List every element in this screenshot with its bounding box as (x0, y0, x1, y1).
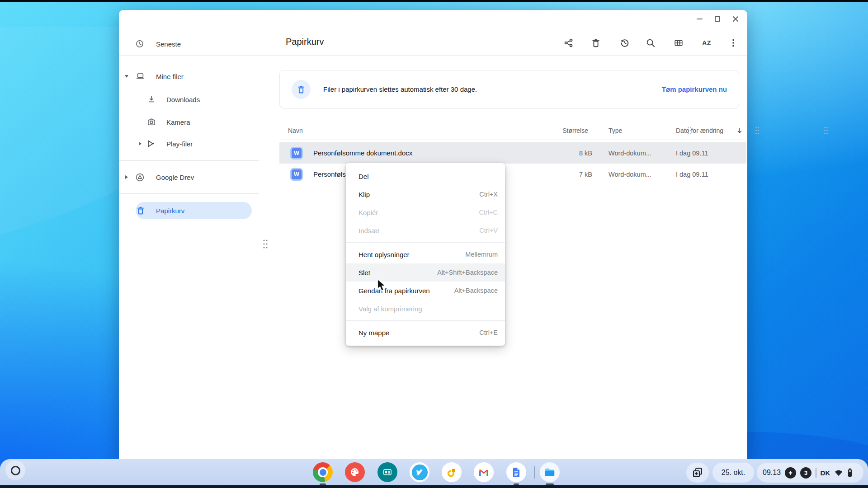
more-menu-button[interactable] (724, 34, 742, 52)
chrome-icon (313, 462, 333, 482)
file-row[interactable]: W Personfølsomme dokument.docx 8 kB Word… (279, 142, 746, 164)
download-icon (147, 95, 156, 104)
maximize-button[interactable] (710, 13, 725, 25)
column-header-size[interactable]: Størrelse (557, 127, 588, 134)
column-header-date[interactable]: Dato for ændring (676, 127, 723, 134)
menu-item-get-info[interactable]: Hent oplysningerMellemrum (346, 245, 505, 263)
menu-item-delete[interactable]: SletAlt+Shift+Backspace (346, 263, 505, 282)
shelf-clock: 09.13 (763, 469, 781, 477)
column-header-type[interactable]: Type (609, 127, 622, 134)
column-resize-handle[interactable] (824, 127, 828, 136)
share-icon (564, 38, 574, 48)
empty-trash-button[interactable]: Tøm papirkurven nu (662, 85, 727, 93)
sidebar-item-mine-filer[interactable]: Mine filer (119, 67, 259, 85)
sort-direction-down-icon (736, 127, 743, 134)
shelf-app-files[interactable] (540, 462, 560, 482)
sidebar-item-downloads[interactable]: Downloads (119, 90, 259, 108)
play-icon (146, 139, 155, 148)
window-controls (692, 13, 743, 25)
menu-item-cut[interactable]: KlipCtrl+X (346, 185, 505, 203)
desktop: Seneste Mine filer Downloads (0, 0, 868, 488)
chevron-right-icon[interactable] (139, 142, 142, 145)
sidebar-separator (119, 193, 259, 194)
shelf-app-canvas[interactable] (345, 462, 365, 482)
menu-item-zip-selection: Valg af komprimering (346, 300, 505, 318)
word-file-icon: W (290, 164, 303, 185)
sidebar-item-seneste[interactable]: Seneste (119, 35, 259, 53)
drive-icon (135, 173, 145, 182)
launcher-button[interactable] (5, 460, 25, 480)
battery-icon (847, 468, 853, 477)
sidebar-item-google-drev[interactable]: Google Drev (119, 168, 259, 186)
sidebar-splitter-handle[interactable] (262, 239, 269, 251)
chevron-down-icon[interactable] (125, 75, 128, 78)
camera-icon (147, 117, 156, 127)
minimize-icon (697, 19, 703, 20)
sidebar-item-kamera[interactable]: Kamera (119, 113, 259, 131)
menu-separator (346, 242, 505, 243)
running-indicator (320, 483, 326, 485)
status-divider (816, 468, 816, 478)
input-language-indicator: DK (821, 469, 830, 477)
sidebar: Seneste Mine filer Downloads (119, 10, 259, 459)
wifi-icon (834, 469, 843, 477)
file-type: Word-dokum... (609, 142, 651, 164)
search-icon (646, 38, 656, 48)
menu-item-share[interactable]: Del (346, 167, 505, 185)
search-button[interactable] (642, 34, 660, 52)
minimize-button[interactable] (692, 13, 707, 25)
clock-icon (135, 39, 144, 48)
screen-capture-tray-button[interactable] (686, 463, 709, 483)
star-arrow-icon (788, 470, 793, 476)
shelf-app-jamboard[interactable] (442, 462, 462, 482)
menu-item-restore-from-trash[interactable]: Gendan fra papirkurvenAlt+Backspace (346, 282, 505, 300)
drag-dots-icon (824, 127, 828, 135)
column-header-name[interactable]: Navn (288, 127, 303, 134)
file-name: Personfølsomme dokument.docx (313, 142, 412, 164)
menu-item-new-folder[interactable]: Ny mappeCtrl+E (346, 324, 505, 342)
sort-button[interactable]: AZ (698, 34, 716, 52)
close-button[interactable] (728, 13, 743, 25)
screen-capture-icon (692, 467, 703, 478)
restore-button[interactable] (616, 34, 634, 52)
files-folder-icon (540, 462, 560, 482)
chevron-right-icon[interactable] (125, 175, 128, 179)
status-tray[interactable]: 09.13 3 DK (757, 463, 863, 483)
delete-button[interactable] (587, 34, 605, 52)
sidebar-separator (119, 160, 259, 161)
running-indicator (546, 483, 554, 485)
share-button[interactable] (560, 34, 578, 52)
close-icon (732, 16, 739, 22)
canvas-palette-icon (345, 462, 365, 482)
trash-info-banner: Filer i papirkurven slettes automatisk e… (279, 70, 739, 108)
trash-icon (136, 206, 145, 215)
sidebar-item-papirkurv[interactable]: Papirkurv (119, 202, 259, 220)
word-file-icon: W (290, 142, 303, 164)
shelf-app-chrome[interactable] (313, 462, 333, 482)
shelf-app-bird[interactable] (410, 462, 429, 482)
shelf-app-docs[interactable] (506, 462, 526, 482)
sidebar-item-label: Papirkurv (156, 207, 184, 215)
bird-icon (410, 462, 429, 482)
running-indicator (514, 483, 519, 485)
grid-view-button[interactable] (670, 34, 688, 52)
sidebar-item-label: Downloads (166, 96, 200, 103)
kebab-menu-icon (728, 38, 738, 48)
notification-arrow-badge (785, 467, 796, 479)
shelf-date: 25. okt. (722, 469, 745, 477)
shelf-app-gmail[interactable] (474, 462, 494, 482)
history-restore-icon (620, 38, 630, 48)
screen-top-edge (0, 0, 868, 2)
banner-trash-icon-circle (292, 80, 311, 99)
shelf: 25. okt. 09.13 3 DK (0, 459, 868, 485)
date-tray-button[interactable]: 25. okt. (712, 463, 754, 483)
sidebar-item-label: Mine filer (156, 73, 184, 80)
menu-item-copy: KopiérCtrl+C (346, 203, 505, 221)
mouse-cursor (377, 279, 387, 291)
explore-card-icon (377, 462, 397, 482)
menu-item-paste: IndsætCtrl+V (346, 221, 505, 239)
sidebar-item-label: Google Drev (156, 174, 194, 181)
column-resize-handle[interactable] (755, 127, 760, 136)
shelf-app-explore[interactable] (377, 462, 397, 482)
sidebar-item-play-filer[interactable]: Play-filer (119, 135, 259, 153)
